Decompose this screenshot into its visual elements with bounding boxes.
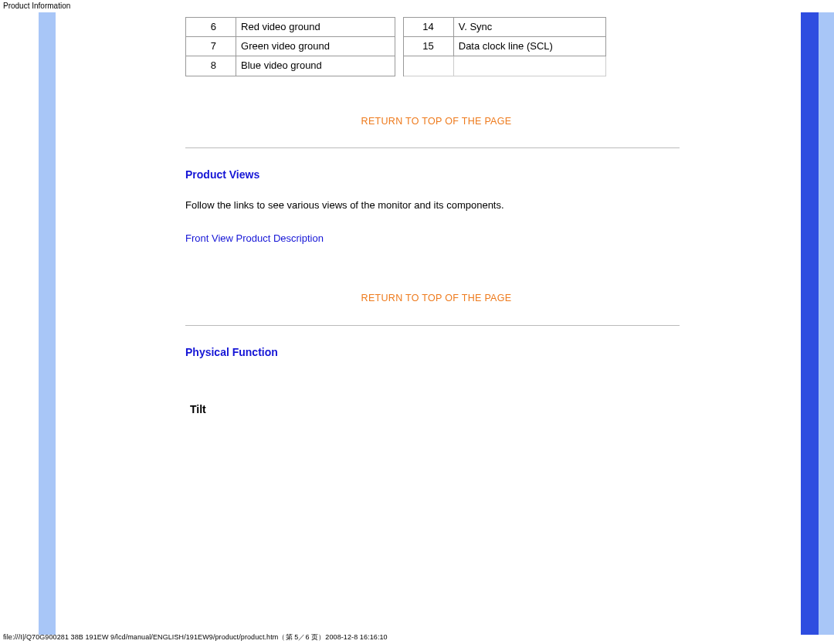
table-separator <box>395 56 403 76</box>
cell-pin-desc: Green video ground <box>236 37 395 56</box>
main-content: 6 Red video ground 14 V. Sync 7 Green vi… <box>185 12 687 418</box>
table-row: 6 Red video ground 14 V. Sync <box>186 18 606 37</box>
cell-pin-num: 15 <box>403 37 453 56</box>
return-to-top-link[interactable]: RETURN TO TOP OF THE PAGE <box>185 115 687 129</box>
table-row: 7 Green video ground 15 Data clock line … <box>186 37 606 56</box>
physical-function-heading: Physical Function <box>185 345 687 361</box>
decorative-stripe-right-blue <box>801 12 819 635</box>
decorative-stripe-right-light <box>819 12 834 635</box>
footer-file-path: file:///I|/Q70G900281 38B 191EW 9/lcd/ma… <box>3 632 388 642</box>
cell-pin-desc: Data clock line (SCL) <box>453 37 605 56</box>
table-row: 8 Blue video ground <box>186 56 606 76</box>
cell-pin-desc <box>453 56 605 76</box>
decorative-stripe-left <box>39 12 56 635</box>
divider <box>185 147 680 148</box>
table-separator <box>395 37 403 56</box>
divider <box>185 325 680 326</box>
cell-pin-num: 6 <box>186 18 236 37</box>
cell-pin-desc: V. Sync <box>453 18 605 37</box>
product-views-heading: Product Views <box>185 168 687 183</box>
cell-pin-num: 7 <box>186 37 236 56</box>
cell-pin-num: 14 <box>403 18 453 37</box>
pin-assignment-table: 6 Red video ground 14 V. Sync 7 Green vi… <box>185 17 606 76</box>
return-to-top-link[interactable]: RETURN TO TOP OF THE PAGE <box>185 292 687 306</box>
cell-pin-desc: Blue video ground <box>236 56 395 76</box>
page-header: Product Information <box>0 0 834 12</box>
cell-pin-num: 8 <box>186 56 236 76</box>
cell-pin-num <box>403 56 453 76</box>
product-views-body: Follow the links to see various views of… <box>185 198 687 212</box>
table-separator <box>395 18 403 37</box>
tilt-heading: Tilt <box>190 402 687 418</box>
front-view-link[interactable]: Front View Product Description <box>185 232 324 244</box>
page-body: 6 Red video ground 14 V. Sync 7 Green vi… <box>0 12 834 635</box>
page-title-text: Product Information <box>3 2 70 10</box>
cell-pin-desc: Red video ground <box>236 18 395 37</box>
